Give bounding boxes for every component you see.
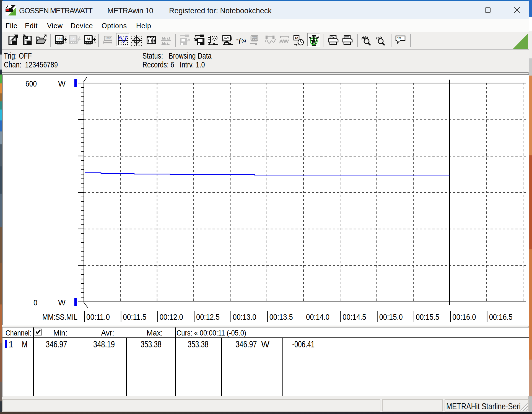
svg-text:00:16.5: 00:16.5 <box>489 312 513 321</box>
svg-text:1/2: 1/2 <box>397 37 401 40</box>
svg-text:=: = <box>236 38 238 43</box>
svg-text:00:13.5: 00:13.5 <box>269 312 293 321</box>
svg-text:346.97: 346.97 <box>236 339 257 349</box>
svg-text:00:14.5: 00:14.5 <box>342 312 366 321</box>
svg-text:348.19: 348.19 <box>93 339 115 349</box>
svg-text:00:11.5: 00:11.5 <box>123 312 146 321</box>
svg-text:Min:: Min: <box>53 329 67 337</box>
svg-text:W: W <box>261 339 270 349</box>
svg-text:00:16.0: 00:16.0 <box>452 312 476 321</box>
svg-text:W: W <box>58 79 66 88</box>
svg-text:00:15.5: 00:15.5 <box>416 312 439 321</box>
svg-text:00:11.0: 00:11.0 <box>86 312 110 321</box>
svg-text:Avr:: Avr: <box>101 329 114 337</box>
svg-text:321: 321 <box>57 37 62 41</box>
svg-text:00:12.0: 00:12.0 <box>160 312 183 321</box>
svg-text:321: 321 <box>253 36 256 38</box>
svg-text:M: M <box>87 36 90 41</box>
svg-text:1257: 1257 <box>105 37 111 40</box>
svg-text:Max:: Max: <box>147 329 163 337</box>
svg-text:12: 12 <box>295 36 298 40</box>
svg-text:Curs: « 00:00:11 (-05.0): Curs: « 00:00:11 (-05.0) <box>177 329 246 337</box>
svg-text:-006.41: -006.41 <box>292 339 315 349</box>
svg-text:MM:SS.MIL: MM:SS.MIL <box>42 312 77 321</box>
svg-text:0: 0 <box>33 298 37 307</box>
svg-text:M: M <box>22 339 27 349</box>
svg-text:321: 321 <box>71 37 76 41</box>
svg-text:Channel:: Channel: <box>6 329 31 337</box>
svg-text:600: 600 <box>25 79 37 88</box>
svg-text:00:12.5: 00:12.5 <box>196 312 220 321</box>
svg-text:1: 1 <box>9 339 14 349</box>
svg-text:f: f <box>239 37 242 44</box>
svg-text:(x): (x) <box>242 38 246 43</box>
svg-text:W: W <box>58 298 66 307</box>
svg-text:00:14.0: 00:14.0 <box>306 312 329 321</box>
svg-text:353.38: 353.38 <box>188 339 209 349</box>
svg-text:353.38: 353.38 <box>141 339 162 349</box>
svg-text:346.97: 346.97 <box>46 339 67 349</box>
svg-text:00:13.0: 00:13.0 <box>233 312 256 321</box>
svg-text:00:15.0: 00:15.0 <box>379 312 403 321</box>
